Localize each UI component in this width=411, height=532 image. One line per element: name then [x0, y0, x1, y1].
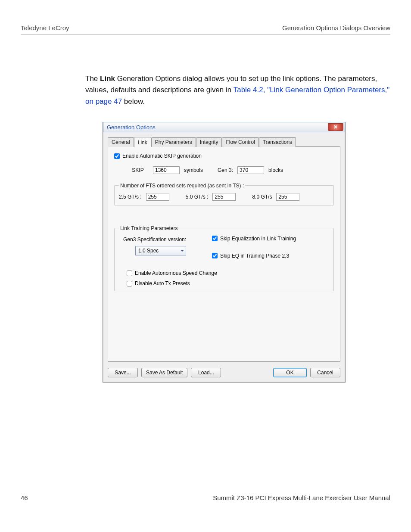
page-number: 46: [21, 494, 28, 501]
header-right: Generation Options Dialogs Overview: [282, 24, 390, 31]
fts-80-label: 8.0 GT/s: [252, 194, 272, 200]
dialog-titlebar: Generation Options ✕: [103, 122, 345, 132]
fts-50-label: 5.0 GT/s :: [186, 194, 209, 200]
fts-50-input[interactable]: [212, 193, 236, 201]
disable-tx-presets-checkbox[interactable]: Disable Auto Tx Presets: [127, 280, 329, 286]
spec-version-select[interactable]: 1.0 Spec: [135, 246, 186, 255]
link-training-group: Link Training Parameters Gen3 Specificat…: [114, 225, 334, 292]
save-button[interactable]: Save...: [108, 368, 138, 377]
generation-options-dialog: Generation Options ✕ General Link Phy Pa…: [103, 122, 346, 383]
load-button[interactable]: Load...: [191, 368, 221, 377]
skip-value-input[interactable]: [153, 166, 180, 174]
header-left: Teledyne LeCroy: [21, 24, 69, 31]
cancel-button[interactable]: Cancel: [310, 368, 340, 377]
chevron-down-icon: [178, 246, 186, 255]
ok-button[interactable]: OK: [273, 368, 307, 377]
close-button[interactable]: ✕: [328, 123, 343, 131]
enable-skip-input[interactable]: [114, 153, 120, 159]
tab-general[interactable]: General: [108, 137, 134, 147]
gen3-label: Gen 3:: [218, 167, 233, 173]
page-footer: 46 Summit Z3-16 PCI Express Multi-Lane E…: [21, 494, 390, 501]
fts-80-input[interactable]: [276, 193, 299, 201]
skip-eq-checkbox[interactable]: Skip Equalization in Link Training: [212, 236, 296, 242]
disable-tx-presets-input[interactable]: [127, 281, 132, 286]
save-as-default-button[interactable]: Save As Default: [141, 368, 187, 377]
tab-strip: General Link Phy Parameters Integrity Fl…: [108, 137, 340, 147]
autonomous-speed-input[interactable]: [127, 271, 132, 276]
enable-skip-checkbox[interactable]: Enable Automatic SKIP generation: [114, 153, 202, 159]
link-panel: Enable Automatic SKIP generation SKIP sy…: [108, 146, 340, 362]
close-icon: ✕: [333, 124, 338, 130]
page-header: Teledyne LeCroy Generation Options Dialo…: [21, 24, 390, 34]
blocks-label: blocks: [268, 167, 283, 173]
dialog-title: Generation Options: [107, 124, 156, 131]
tab-phy-parameters[interactable]: Phy Parameters: [151, 137, 196, 147]
fts-25-input[interactable]: [146, 193, 169, 201]
tab-flow-control[interactable]: Flow Control: [222, 137, 258, 147]
gen3-value-input[interactable]: [237, 166, 264, 174]
fts-group: Number of FTS ordered sets required (as …: [114, 183, 334, 205]
link-training-legend: Link Training Parameters: [119, 225, 179, 231]
tab-link[interactable]: Link: [134, 137, 151, 147]
skip-label: SKIP: [127, 167, 149, 173]
autonomous-speed-checkbox[interactable]: Enable Autonomous Speed Change: [127, 270, 329, 276]
fts-25-label: 2.5 GT/s :: [119, 194, 142, 200]
symbols-label: symbols: [184, 167, 203, 173]
manual-title: Summit Z3-16 PCI Express Multi-Lane Exer…: [213, 494, 390, 501]
skip-eq-phase-checkbox[interactable]: Skip EQ in Training Phase 2,3: [212, 253, 289, 259]
skip-eq-phase-input[interactable]: [212, 253, 218, 258]
fts-legend: Number of FTS ordered sets required (as …: [119, 183, 245, 189]
tab-integrity[interactable]: Integrity: [196, 137, 222, 147]
tab-transactions[interactable]: Transactions: [259, 137, 296, 147]
dialog-button-row: Save... Save As Default Load... OK Cance…: [108, 368, 340, 377]
intro-paragraph: The Link Generation Options dialog allow…: [85, 73, 390, 107]
spec-version-label: Gen3 Specification version:: [123, 236, 186, 243]
skip-eq-input[interactable]: [212, 236, 218, 241]
